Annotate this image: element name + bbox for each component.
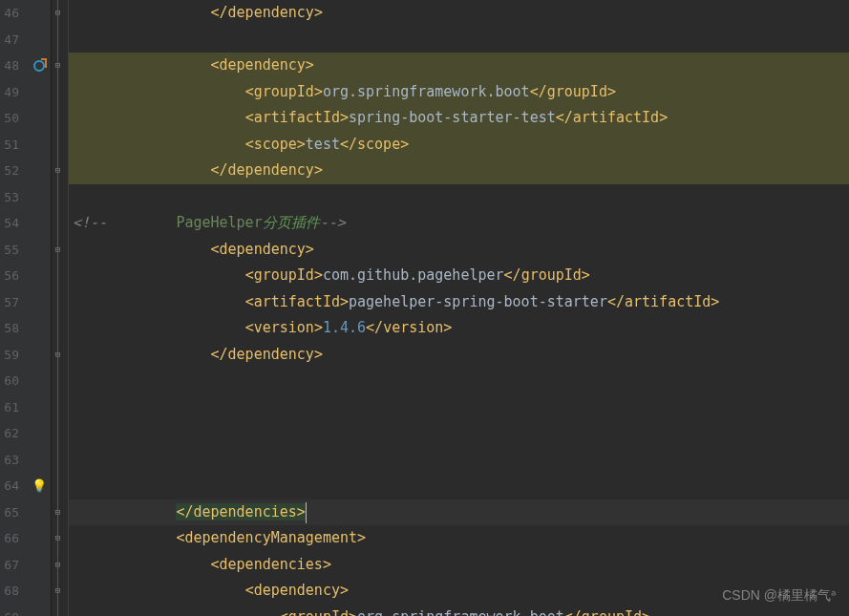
fold-end-icon[interactable]: ⊟ — [53, 166, 62, 175]
line-number: 65 — [0, 499, 19, 526]
line-number: 56 — [0, 263, 19, 289]
code-line[interactable]: <dependency> — [69, 53, 849, 79]
code-line[interactable]: <artifactId>spring-boot-starter-test</ar… — [69, 105, 849, 132]
code-line[interactable]: <groupId>com.github.pagehelper</groupId> — [69, 263, 849, 289]
code-line[interactable] — [69, 184, 849, 211]
line-number: 63 — [0, 447, 19, 474]
line-number: 58 — [0, 315, 19, 342]
line-number: 67 — [0, 552, 19, 579]
line-number: 64 — [0, 473, 19, 499]
fold-column[interactable]: ⊟ ⊟ ⊟ ⊟ ⊟ ⊟ ⊟ ⊟ ⊟ — [52, 0, 69, 616]
line-number: 47 — [0, 27, 19, 53]
code-line[interactable]: <dependency> — [69, 237, 849, 264]
code-line[interactable]: <scope>test</scope> — [69, 132, 849, 159]
code-line[interactable]: <groupId>org.springframework.boot</group… — [69, 79, 849, 106]
line-number: 54 — [0, 210, 19, 237]
code-line-current[interactable]: </dependencies> — [69, 499, 849, 526]
watermark: CSDN @橘里橘气ᵃ — [722, 587, 836, 605]
fold-start-icon[interactable]: ⊟ — [53, 245, 62, 254]
line-number: 62 — [0, 420, 19, 447]
code-line[interactable]: <!-- PageHelper分页插件--> — [69, 210, 849, 237]
fold-start-icon[interactable]: ⊟ — [53, 586, 62, 595]
line-number: 46 — [0, 0, 19, 27]
line-number: 51 — [0, 132, 19, 159]
code-line[interactable]: </dependency> — [69, 158, 849, 184]
fold-start-icon[interactable]: ⊟ — [53, 534, 62, 542]
code-line[interactable] — [69, 420, 849, 447]
line-number: 55 — [0, 237, 19, 264]
line-number: 68 — [0, 578, 19, 605]
line-number: 66 — [0, 525, 19, 552]
fold-end-icon[interactable]: ⊟ — [53, 350, 62, 359]
code-editor[interactable]: 46 47 48 49 50 51 52 53 54 55 56 57 58 5… — [0, 0, 849, 616]
code-line[interactable]: <dependencies> — [69, 552, 849, 579]
intention-bulb-icon[interactable]: 💡 — [32, 478, 47, 493]
code-line[interactable]: </dependency> — [69, 342, 849, 369]
line-number-gutter: 46 47 48 49 50 51 52 53 54 55 56 57 58 5… — [0, 0, 27, 616]
code-line[interactable] — [69, 368, 849, 394]
code-line[interactable]: <version>1.4.6</version> — [69, 315, 849, 342]
code-line[interactable]: <dependencyManagement> — [69, 525, 849, 552]
line-number: 60 — [0, 368, 19, 394]
fold-end-icon[interactable]: ⊟ — [53, 9, 62, 17]
code-line[interactable] — [69, 473, 849, 499]
code-line[interactable]: <artifactId>pagehelper-spring-boot-start… — [69, 289, 849, 316]
code-line[interactable] — [69, 394, 849, 421]
line-number: 48 — [0, 53, 19, 79]
code-line[interactable]: </dependency> — [69, 0, 849, 27]
text-cursor — [306, 502, 307, 523]
line-number: 61 — [0, 394, 19, 421]
override-icon[interactable] — [33, 60, 45, 72]
code-line[interactable] — [69, 27, 849, 53]
code-line[interactable] — [69, 447, 849, 474]
line-number: 53 — [0, 184, 19, 211]
code-line[interactable]: <groupId>org.springframework.boot</group… — [69, 605, 849, 617]
line-number: 69 — [0, 605, 19, 617]
gutter-icons: 💡 — [27, 0, 52, 616]
line-number: 49 — [0, 79, 19, 106]
line-number: 50 — [0, 105, 19, 132]
fold-start-icon[interactable]: ⊟ — [53, 61, 62, 70]
line-number: 59 — [0, 342, 19, 369]
line-number: 52 — [0, 158, 19, 184]
line-number: 57 — [0, 289, 19, 316]
code-area[interactable]: </dependency> <dependency> <groupId>org.… — [69, 0, 849, 616]
fold-start-icon[interactable]: ⊟ — [53, 561, 62, 569]
fold-end-icon[interactable]: ⊟ — [53, 508, 62, 517]
